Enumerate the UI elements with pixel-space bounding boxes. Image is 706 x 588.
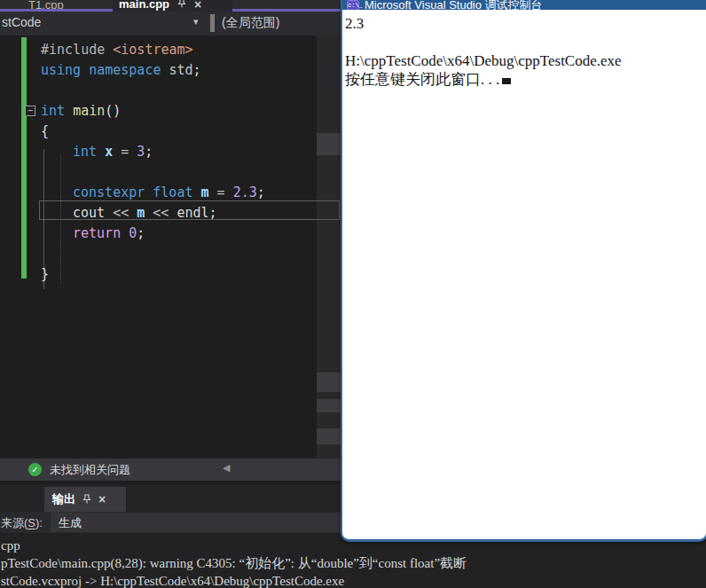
code-token: int — [73, 144, 97, 160]
code-token — [161, 62, 169, 78]
code-token: std — [169, 62, 193, 78]
code-token — [129, 205, 137, 221]
code-line[interactable]: } — [41, 264, 49, 285]
code-token: 3 — [137, 144, 145, 160]
code-token: x — [105, 144, 113, 160]
code-token: #include — [41, 42, 113, 58]
editor-scrollbar[interactable] — [317, 35, 341, 459]
console-app-icon: c:\_ — [347, 0, 359, 10]
health-message: 未找到相关问题 — [50, 462, 130, 478]
code-token: ; — [145, 144, 153, 160]
code-token: 2.3 — [233, 184, 257, 200]
code-token: int — [41, 103, 65, 119]
code-token: } — [41, 266, 49, 282]
output-panel-header: 输出 × — [0, 484, 341, 512]
scrollbar-mark — [317, 399, 341, 412]
code-token: << — [153, 205, 169, 221]
code-token: m — [201, 184, 209, 200]
vs-ide-window: T1.cpp main.cpp × stCode ▾ (全局范围) — [0, 0, 706, 588]
code-line[interactable]: return 0; — [73, 223, 145, 244]
code-token: constexpr — [73, 184, 145, 200]
scope-dropdown[interactable]: (全局范围) — [222, 15, 279, 31]
code-token: float — [153, 184, 192, 200]
tab-t1-cpp[interactable]: T1.cpp — [7, 0, 99, 9]
code-token: = — [121, 144, 129, 160]
code-health-bar: ✓ 未找到相关问题 ◀ — [0, 459, 341, 481]
code-token — [105, 205, 113, 221]
collapse-margin-icon[interactable]: ◀ — [223, 462, 230, 474]
code-token: << — [113, 205, 129, 221]
code-token: 0 — [129, 225, 137, 241]
code-token: endl — [176, 205, 208, 221]
code-token: = — [217, 184, 225, 200]
code-token: cout — [73, 205, 105, 221]
code-token — [97, 144, 105, 160]
console-title-text: Microsoft Visual Studio 调试控制台 — [365, 0, 543, 10]
code-token — [81, 62, 89, 78]
debug-console-window: c:\_ Microsoft Visual Studio 调试控制台 2.3 H… — [341, 0, 706, 542]
code-token: ; — [257, 184, 265, 200]
code-token: { — [41, 123, 49, 139]
code-token: namespace — [89, 62, 161, 78]
code-token: main — [73, 103, 105, 119]
console-output: 2.3 H:\cppTestCode\x64\Debug\cppTestCode… — [342, 10, 706, 89]
close-panel-icon[interactable]: × — [98, 493, 106, 506]
code-line[interactable]: { — [41, 122, 49, 142]
code-line[interactable]: constexpr float m = 2.3; — [73, 183, 265, 203]
console-line: 按任意键关闭此窗口. . . — [345, 70, 706, 89]
tab-main-cpp-label: main.cpp — [119, 0, 169, 11]
output-source-row: 来源(S): 生成 — [0, 512, 341, 533]
console-title-bar[interactable]: c:\_ Microsoft Visual Studio 调试控制台 — [342, 0, 706, 10]
code-line[interactable]: #include <iostream> — [41, 40, 193, 60]
console-line: H:\cppTestCode\x64\Debug\cppTestCode.exe — [345, 51, 706, 70]
code-token: m — [137, 205, 145, 221]
code-token — [225, 184, 233, 200]
console-line: 2.3 — [345, 14, 706, 33]
code-token: ; — [209, 205, 217, 221]
scrollbar-mark — [317, 372, 341, 392]
pin-icon[interactable] — [177, 0, 186, 11]
code-token: ; — [193, 62, 201, 78]
tab-output[interactable]: 输出 × — [44, 487, 126, 512]
output-line: cpp — [1, 537, 20, 553]
code-line[interactable]: int x = 3; — [73, 142, 153, 162]
console-cursor — [502, 78, 511, 84]
code-token: return — [73, 225, 121, 241]
code-token — [209, 184, 217, 200]
navigation-bar: stCode ▾ (全局范围) — [0, 12, 341, 35]
scrollbar-mark — [317, 133, 341, 155]
source-label: 来源(S): — [1, 515, 43, 531]
output-line: stCode.vcxproj -> H:\cppTestCode\x64\Deb… — [1, 573, 344, 588]
collapse-region-icon[interactable]: − — [25, 106, 35, 116]
tab-main-cpp[interactable]: main.cpp × — [113, 0, 232, 12]
close-tab-icon[interactable]: × — [194, 0, 201, 11]
console-line — [345, 33, 706, 51]
tab-output-label: 输出 — [52, 491, 75, 507]
code-token: using — [41, 62, 81, 78]
source-dropdown[interactable]: 生成 — [51, 513, 341, 532]
change-tracking-bar — [21, 37, 27, 278]
code-token — [145, 205, 153, 221]
output-line: pTestCode\main.cpp(8,28): warning C4305:… — [1, 555, 467, 571]
code-token — [65, 103, 73, 119]
health-check-icon: ✓ — [28, 463, 42, 476]
tab-t1-cpp-label: T1.cpp — [28, 0, 64, 9]
code-token: ; — [137, 225, 145, 241]
code-line[interactable]: cout << m << endl; — [73, 203, 217, 223]
code-token: <iostream> — [113, 42, 192, 58]
document-tab-strip: T1.cpp main.cpp × — [0, 0, 341, 12]
code-token — [121, 225, 129, 241]
code-token — [192, 184, 200, 200]
code-editor[interactable]: #include <iostream>using namespace std;−… — [0, 35, 341, 459]
code-token — [113, 144, 121, 160]
dropdown-arrow-icon[interactable]: ▾ — [193, 16, 199, 27]
source-dropdown-value: 生成 — [59, 515, 82, 531]
navbar-splitter[interactable] — [210, 14, 215, 32]
pin-icon[interactable] — [82, 491, 91, 507]
code-line[interactable]: int main() — [41, 101, 121, 122]
project-dropdown[interactable]: stCode — [2, 15, 41, 29]
scrollbar-mark — [317, 428, 341, 444]
code-token — [129, 144, 137, 160]
code-token — [145, 184, 153, 200]
code-line[interactable]: using namespace std; — [41, 60, 201, 81]
